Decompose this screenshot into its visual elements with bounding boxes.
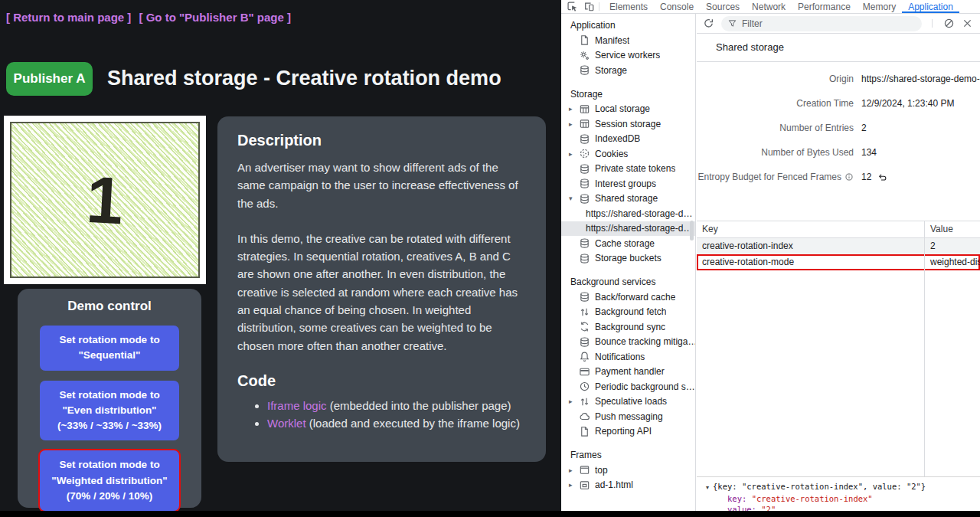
preview-property: key: "creative-rotation-index" (706, 493, 980, 504)
tab-performance[interactable]: Performance (792, 1, 857, 13)
metadata-value-text: 2 (861, 123, 867, 133)
sidebar-item-push-messaging[interactable]: Push messaging (561, 409, 695, 424)
sidebar-item-background-fetch[interactable]: Background fetch (561, 305, 695, 320)
return-to-main-link[interactable]: [ Return to main page ] (6, 11, 131, 24)
sidebar-item-interest-groups[interactable]: Interest groups (561, 176, 695, 191)
sidebar-item-storage-buckets[interactable]: Storage buckets (561, 251, 695, 267)
metadata-value-text: 12 (861, 172, 871, 182)
sidebar-scrollbar-thumb[interactable] (690, 221, 694, 241)
preview-summary-text: {key: "creative-rotation-index", value: … (713, 482, 926, 491)
tab-application[interactable]: Application (902, 1, 959, 13)
column-header-key[interactable]: Key (697, 221, 924, 237)
sidebar-item-shared-storage[interactable]: ▾Shared storage (561, 191, 695, 207)
preview-summary[interactable]: ▾{key: "creative-rotation-index", value:… (706, 481, 980, 493)
button-label-line: "Even distribution" (43, 403, 176, 418)
button-label-line: "Sequential" (43, 348, 176, 363)
device-toolbar-icon[interactable] (583, 1, 595, 12)
sidebar-item-background-sync[interactable]: Background sync (561, 319, 695, 335)
chevron-right-icon: ▸ (569, 105, 579, 113)
sidebar-item-label: Manifest (595, 35, 629, 46)
sidebar-item-bounce-tracking-mitiga[interactable]: Bounce tracking mitiga… (561, 335, 695, 350)
sidebar-item-label: Storage (595, 65, 627, 76)
bottom-strip (0, 511, 980, 517)
nav-links: [ Return to main page ] [ Go to "Publish… (6, 11, 296, 24)
sidebar-item-label: Cache storage (595, 238, 655, 249)
column-header-value[interactable]: Value (924, 221, 980, 237)
iframe-icon (579, 479, 590, 491)
sidebar-item-service-workers[interactable]: Service workers (561, 48, 695, 64)
table-icon (579, 118, 590, 129)
publisher-badge: Publisher A (6, 62, 93, 96)
column-divider[interactable] (924, 221, 925, 476)
sidebar-item-reporting-api[interactable]: Reporting API (561, 424, 695, 440)
sidebar-item-ad-1-html[interactable]: ▸ad-1.html (561, 478, 695, 493)
tab-elements[interactable]: Elements (603, 1, 654, 13)
chevron-right-icon: ▸ (569, 481, 579, 489)
tab-network[interactable]: Network (746, 1, 792, 13)
tab-sources[interactable]: Sources (700, 1, 746, 13)
database-icon (579, 178, 590, 189)
button-label-line: "Weighted distribution" (43, 473, 176, 489)
sidebar-item-cache-storage[interactable]: Cache storage (561, 236, 695, 251)
sidebar-item-https-shared-storage-d[interactable]: https://shared-storage-d… (561, 206, 695, 221)
rotation-mode-button-weighted-distribution[interactable]: Set rotation mode to"Weighted distributi… (40, 450, 179, 511)
rotation-mode-button-even-distribution[interactable]: Set rotation mode to"Even distribution"(… (40, 381, 179, 441)
sidebar-item-label: ad-1.html (595, 479, 633, 490)
reset-icon[interactable] (877, 172, 887, 182)
sidebar-item-speculative-loads[interactable]: ▸Speculative loads (561, 394, 695, 410)
database-icon (579, 163, 590, 175)
sidebar-item-label: https://shared-storage-d… (586, 223, 692, 234)
metadata-value: 12/9/2024, 1:23:40 PM (861, 98, 954, 109)
database-icon (579, 253, 590, 264)
sidebar-item-label: Storage buckets (595, 253, 662, 263)
sidebar-item-label: Background fetch (595, 306, 666, 317)
table-row-creative-rotation-index[interactable]: creative-rotation-index2 (697, 238, 980, 254)
clear-icon[interactable] (943, 18, 955, 29)
metadata-key: Number of Entries (697, 123, 854, 133)
tab-console[interactable]: Console (654, 1, 700, 13)
chevron-right-icon: ▸ (569, 120, 579, 128)
chevron-right-icon: ▸ (569, 398, 579, 405)
tab-memory[interactable]: Memory (857, 1, 902, 13)
sidebar-item-session-storage[interactable]: ▸Session storage (561, 116, 695, 132)
sidebar-item-payment-handler[interactable]: Payment handler (561, 365, 695, 380)
sidebar-section-header: Frames (561, 447, 695, 463)
sidebar-item-storage[interactable]: Storage (561, 63, 695, 78)
shared-storage-title: Shared storage (697, 34, 980, 62)
bell-icon (579, 351, 590, 362)
sidebar-item-label: Interest groups (595, 178, 656, 189)
code-link-iframe-logic[interactable]: Iframe logic (267, 399, 327, 412)
sidebar-item-local-storage[interactable]: ▸Local storage (561, 102, 695, 117)
cloud-icon (579, 411, 590, 422)
metadata-value-text: https://shared-storage-demo-co (861, 74, 980, 84)
metadata-value-text: 12/9/2024, 1:23:40 PM (861, 98, 954, 109)
metadata-row-number-of-entries: Number of Entries2 (697, 116, 980, 140)
sidebar-item-label: Local storage (595, 103, 650, 114)
sidebar-item-periodic-background-s[interactable]: Periodic background s… (561, 379, 695, 394)
sidebar-item-private-state-tokens[interactable]: Private state tokens (561, 162, 695, 177)
sidebar-section-header: Background services (561, 274, 695, 290)
sidebar-item-top[interactable]: ▸top (561, 463, 695, 478)
sidebar-item-cookies[interactable]: ▸Cookies (561, 146, 695, 162)
sidebar-item-back-forward-cache[interactable]: Back/forward cache (561, 290, 695, 305)
sidebar-item-notifications[interactable]: Notifications (561, 349, 695, 365)
table-row-creative-rotation-mode[interactable]: creative-rotation-modeweighted-distr (697, 254, 980, 270)
rotation-mode-button-sequential[interactable]: Set rotation mode to"Sequential" (40, 326, 179, 371)
inspect-element-icon[interactable] (567, 1, 578, 12)
go-to-publisher-b-link[interactable]: [ Go to "Publisher B" page ] (139, 11, 291, 24)
sidebar-item-https-shared-storage-d[interactable]: https://shared-storage-d… (561, 221, 695, 237)
refresh-icon[interactable] (703, 18, 714, 29)
filter-placeholder: Filter (742, 18, 763, 29)
sidebar-item-manifest[interactable]: Manifest (561, 33, 695, 48)
code-list-item: Worklet (loaded and executed by the ifra… (267, 414, 526, 432)
filter-input[interactable]: Filter (721, 16, 922, 31)
cookie-icon (579, 148, 590, 159)
close-icon[interactable] (962, 18, 973, 29)
preview-property-name: value: (727, 505, 756, 511)
document-icon (579, 34, 590, 46)
metadata-key-text: Creation Time (796, 98, 854, 109)
expanded-triangle-icon[interactable]: ▾ (706, 483, 709, 493)
code-link-worklet[interactable]: Worklet (267, 417, 306, 430)
sidebar-item-indexeddb[interactable]: IndexedDB (561, 132, 695, 147)
preview-property-value: "creative-rotation-index" (752, 494, 873, 503)
